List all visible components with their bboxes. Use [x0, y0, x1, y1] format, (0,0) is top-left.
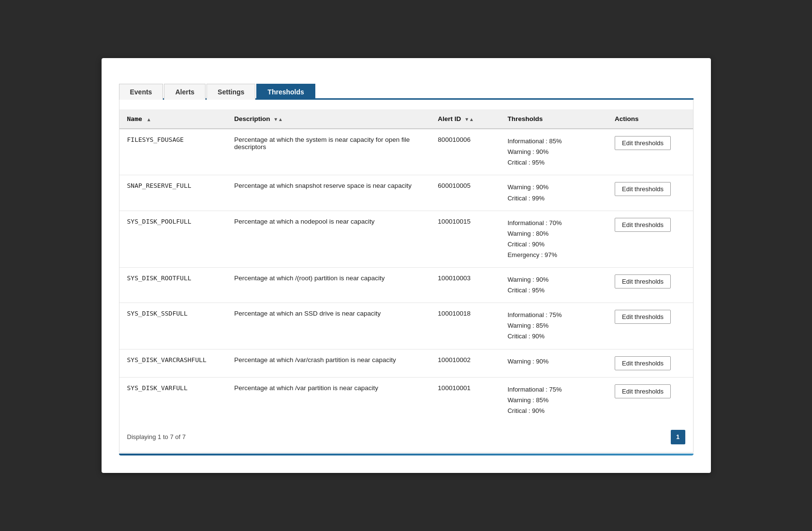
cell-description: Percentage at which the system is near c… [226, 129, 430, 175]
cell-description: Percentage at which /var partition is ne… [226, 377, 430, 423]
table-row: SNAP_RESERVE_FULL Percentage at which sn… [119, 175, 693, 211]
cell-alertid: 600010005 [430, 175, 500, 211]
cell-description: Percentage at which /(root) partition is… [226, 268, 430, 303]
cell-actions: Edit thresholds [607, 211, 693, 267]
cell-thresholds: Informational : 70%Warning : 80%Critical… [500, 211, 607, 267]
table-row: SYS_DISK_VARCRASHFULL Percentage at whic… [119, 349, 693, 377]
cell-thresholds: Warning : 90%Critical : 99% [500, 175, 607, 211]
cell-actions: Edit thresholds [607, 175, 693, 211]
cell-thresholds: Warning : 90%Critical : 95% [500, 268, 607, 303]
cell-thresholds: Informational : 85%Warning : 90%Critical… [500, 129, 607, 175]
cell-alertid: 100010002 [430, 349, 500, 377]
alertid-sort-icon[interactable]: ▼▲ [464, 117, 474, 122]
thresholds-table: Name ▲ Description ▼▲ Alert ID ▼▲ Thresh… [119, 109, 693, 423]
cell-description: Percentage at which a nodepool is near c… [226, 211, 430, 267]
col-header-alertid: Alert ID ▼▲ [430, 109, 500, 129]
pagination: 1 [671, 430, 685, 444]
cell-name: SYS_DISK_VARFULL [119, 377, 227, 423]
cell-actions: Edit thresholds [607, 268, 693, 303]
cell-actions: Edit thresholds [607, 129, 693, 175]
cell-actions: Edit thresholds [607, 349, 693, 377]
tab-bar: Events Alerts Settings Thresholds [119, 82, 694, 100]
table-row: SYS_DISK_VARFULL Percentage at which /va… [119, 377, 693, 423]
bottom-border [119, 454, 694, 455]
table-row: FILESYS_FDUSAGE Percentage at which the … [119, 129, 693, 175]
col-header-description: Description ▼▲ [226, 109, 430, 129]
cell-name: FILESYS_FDUSAGE [119, 129, 227, 175]
cell-alertid: 100010001 [430, 377, 500, 423]
tab-thresholds[interactable]: Thresholds [256, 84, 315, 100]
edit-thresholds-button[interactable]: Edit thresholds [615, 218, 671, 232]
cell-thresholds: Warning : 90% [500, 349, 607, 377]
cell-name: SYS_DISK_ROOTFULL [119, 268, 227, 303]
cell-alertid: 100010015 [430, 211, 500, 267]
cell-alertid: 100010003 [430, 268, 500, 303]
cell-alertid: 100010018 [430, 303, 500, 349]
edit-thresholds-button[interactable]: Edit thresholds [615, 384, 671, 398]
table-body: FILESYS_FDUSAGE Percentage at which the … [119, 129, 693, 423]
name-sort-icon[interactable]: ▲ [148, 117, 150, 122]
cell-actions: Edit thresholds [607, 377, 693, 423]
tab-settings[interactable]: Settings [207, 84, 255, 100]
table-header-row: Name ▲ Description ▼▲ Alert ID ▼▲ Thresh… [119, 109, 693, 129]
cell-name: SYS_DISK_VARCRASHFULL [119, 349, 227, 377]
edit-thresholds-button[interactable]: Edit thresholds [615, 136, 671, 150]
tab-alerts[interactable]: Alerts [164, 84, 206, 100]
cell-thresholds: Informational : 75%Warning : 85%Critical… [500, 377, 607, 423]
cell-thresholds: Informational : 75%Warning : 85%Critical… [500, 303, 607, 349]
table-footer: Displaying 1 to 7 of 7 1 [119, 423, 693, 452]
cell-name: SNAP_RESERVE_FULL [119, 175, 227, 211]
display-count: Displaying 1 to 7 of 7 [127, 433, 186, 440]
cell-description: Percentage at which an SSD drive is near… [226, 303, 430, 349]
desc-sort-icon[interactable]: ▼▲ [273, 117, 283, 122]
main-window: Events Alerts Settings Thresholds Name ▲… [102, 58, 711, 473]
col-header-actions: Actions [607, 109, 693, 129]
table-row: SYS_DISK_ROOTFULL Percentage at which /(… [119, 268, 693, 303]
edit-thresholds-button[interactable]: Edit thresholds [615, 310, 671, 324]
cell-description: Percentage at which snapshot reserve spa… [226, 175, 430, 211]
content-area: Name ▲ Description ▼▲ Alert ID ▼▲ Thresh… [119, 100, 694, 453]
edit-thresholds-button[interactable]: Edit thresholds [615, 274, 671, 288]
cell-name: SYS_DISK_POOLFULL [119, 211, 227, 267]
cell-actions: Edit thresholds [607, 303, 693, 349]
col-header-name: Name ▲ [119, 109, 227, 129]
cell-alertid: 800010006 [430, 129, 500, 175]
edit-thresholds-button[interactable]: Edit thresholds [615, 182, 671, 196]
cell-description: Percentage at which /var/crash partition… [226, 349, 430, 377]
tab-events[interactable]: Events [119, 84, 163, 100]
cell-name: SYS_DISK_SSDFULL [119, 303, 227, 349]
edit-thresholds-button[interactable]: Edit thresholds [615, 356, 671, 370]
table-row: SYS_DISK_POOLFULL Percentage at which a … [119, 211, 693, 267]
col-header-thresholds: Thresholds [500, 109, 607, 129]
page-1-button[interactable]: 1 [671, 430, 685, 444]
table-row: SYS_DISK_SSDFULL Percentage at which an … [119, 303, 693, 349]
